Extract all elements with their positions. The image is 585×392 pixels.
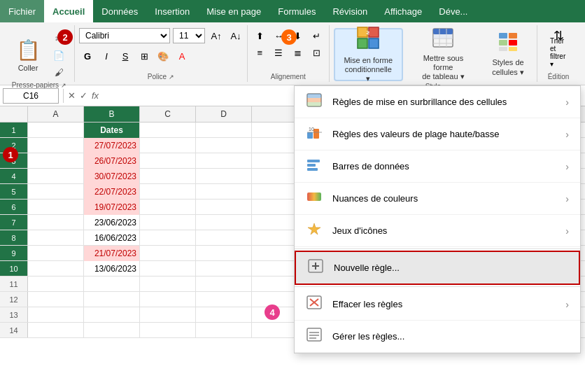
cell-c2[interactable] — [140, 138, 196, 153]
merge-button[interactable]: ⊡ — [308, 45, 325, 60]
col-header-a[interactable]: A — [28, 106, 84, 122]
cell-b6[interactable]: 19/07/2023 — [84, 200, 140, 215]
menu-item-jeux-icones[interactable]: Jeux d'icônes › — [295, 215, 580, 247]
presse-papiers-expander[interactable]: ↗ — [61, 82, 66, 89]
align-left-button[interactable]: ≡ — [251, 45, 268, 60]
sort-filter-label-btn[interactable]: Trier etfiltrer ▾ — [550, 45, 567, 60]
font-name-select[interactable]: Calibri — [79, 28, 170, 43]
cell-b14[interactable] — [84, 323, 140, 338]
cell-d5[interactable] — [196, 184, 252, 200]
cell-a1[interactable] — [28, 122, 84, 138]
menu-item-gerer-regles[interactable]: Gérer les règles... — [295, 321, 580, 353]
cell-c14[interactable] — [140, 323, 196, 338]
cell-a2[interactable] — [28, 138, 84, 153]
cell-b12[interactable] — [84, 292, 140, 307]
align-top-button[interactable]: ⬆ — [251, 28, 268, 43]
menu-item-nouvelle-regle[interactable]: Nouvelle règle... — [295, 251, 580, 285]
menu-formules[interactable]: Formules — [269, 0, 324, 22]
menu-revision[interactable]: Révision — [324, 0, 376, 22]
cell-a12[interactable] — [28, 292, 84, 307]
cell-b13[interactable] — [84, 307, 140, 323]
fill-color-button[interactable]: 🎨 — [155, 48, 171, 64]
menu-develo[interactable]: Déve... — [430, 0, 476, 22]
cell-a3[interactable] — [28, 153, 84, 169]
cell-styles-button[interactable]: Styles decellules ▾ — [484, 28, 533, 81]
menu-affichage[interactable]: Affichage — [376, 0, 430, 22]
cell-d1[interactable] — [196, 122, 252, 138]
cell-c6[interactable] — [140, 200, 196, 215]
cell-a5[interactable] — [28, 184, 84, 200]
italic-button[interactable]: I — [98, 48, 115, 64]
col-header-d[interactable]: D — [196, 106, 252, 122]
bold-button[interactable]: G — [79, 48, 96, 64]
cell-b3[interactable]: 26/07/2023 — [84, 153, 140, 169]
menu-item-regles-valeurs[interactable]: 10 Règles des valeurs de plage haute/bas… — [295, 118, 580, 150]
cell-d4[interactable] — [196, 169, 252, 184]
menu-mise-en-page[interactable]: Mise en page — [198, 0, 269, 22]
cell-a8[interactable] — [28, 230, 84, 246]
cell-c4[interactable] — [140, 169, 196, 184]
cell-c7[interactable] — [140, 215, 196, 230]
font-color-button[interactable]: A — [174, 48, 190, 64]
wrap-text-button[interactable]: ↵ — [308, 28, 325, 43]
insert-function-icon[interactable]: fx — [92, 90, 99, 101]
menu-item-effacer-regles[interactable]: Effacer les règles › — [295, 288, 580, 321]
cell-d8[interactable] — [196, 230, 252, 246]
cell-b8[interactable]: 16/06/2023 — [84, 230, 140, 246]
cell-b5[interactable]: 22/07/2023 — [84, 184, 140, 200]
cell-c8[interactable] — [140, 230, 196, 246]
cell-c11[interactable] — [140, 276, 196, 292]
cell-d13[interactable] — [196, 307, 252, 323]
cell-a10[interactable] — [28, 261, 84, 276]
align-right-button[interactable]: ≣ — [289, 45, 306, 60]
menu-fichier[interactable]: Fichier — [0, 0, 44, 22]
menu-insertion[interactable]: Insertion — [146, 0, 198, 22]
cell-d3[interactable] — [196, 153, 252, 169]
cell-b2[interactable]: 27/07/2023 — [84, 138, 140, 153]
cell-d12[interactable] — [196, 292, 252, 307]
cell-b7[interactable]: 23/06/2023 — [84, 215, 140, 230]
font-size-select[interactable]: 11 — [173, 28, 205, 43]
col-header-c[interactable]: C — [140, 106, 196, 122]
cell-c10[interactable] — [140, 261, 196, 276]
cell-b4[interactable]: 30/07/2023 — [84, 169, 140, 184]
cell-d2[interactable] — [196, 138, 252, 153]
cell-d9[interactable] — [196, 246, 252, 261]
align-center-button[interactable]: ☰ — [270, 45, 287, 60]
cell-c13[interactable] — [140, 307, 196, 323]
cancel-formula-icon[interactable]: ✕ — [68, 90, 76, 101]
cell-c1[interactable] — [140, 122, 196, 138]
cell-a13[interactable] — [28, 307, 84, 323]
confirm-formula-icon[interactable]: ✓ — [80, 90, 87, 101]
cell-reference[interactable]: C16 — [3, 88, 59, 104]
cell-a6[interactable] — [28, 200, 84, 215]
cell-c5[interactable] — [140, 184, 196, 200]
cell-a4[interactable] — [28, 169, 84, 184]
cell-a7[interactable] — [28, 215, 84, 230]
cell-d7[interactable] — [196, 215, 252, 230]
cell-c12[interactable] — [140, 292, 196, 307]
font-shrink-button[interactable]: A↓ — [227, 28, 244, 43]
cell-a9[interactable] — [28, 246, 84, 261]
underline-button[interactable]: S — [117, 48, 134, 64]
police-expander[interactable]: ↗ — [169, 74, 174, 80]
cf-button[interactable]: ≥ Mise en formeconditionnelle ▾ — [334, 28, 403, 81]
paste-button[interactable]: 📋 Coller — [10, 33, 46, 75]
col-header-b[interactable]: B — [84, 106, 140, 122]
menu-donnees[interactable]: Données — [93, 0, 146, 22]
format-painter-button[interactable]: 🖌 — [49, 64, 69, 80]
menu-item-nuances-couleurs[interactable]: Nuances de couleurs › — [295, 183, 580, 215]
cell-d10[interactable] — [196, 261, 252, 276]
cell-b9[interactable]: 21/07/2023 — [84, 246, 140, 261]
cell-a11[interactable] — [28, 276, 84, 292]
menu-accueil[interactable]: Accueil — [44, 0, 93, 22]
cell-d14[interactable] — [196, 323, 252, 338]
cell-b1[interactable]: Dates — [84, 122, 140, 138]
cell-d6[interactable] — [196, 200, 252, 215]
table-format-button[interactable]: Mettre sous formede tableau ▾ — [407, 28, 479, 81]
menu-item-regles-surbrillance[interactable]: Règles de mise en surbrillance des cellu… — [295, 86, 580, 118]
cell-a14[interactable] — [28, 323, 84, 338]
cell-c9[interactable] — [140, 246, 196, 261]
border-button[interactable]: ⊞ — [136, 48, 153, 64]
menu-item-barres-donnees[interactable]: Barres de données › — [295, 150, 580, 183]
